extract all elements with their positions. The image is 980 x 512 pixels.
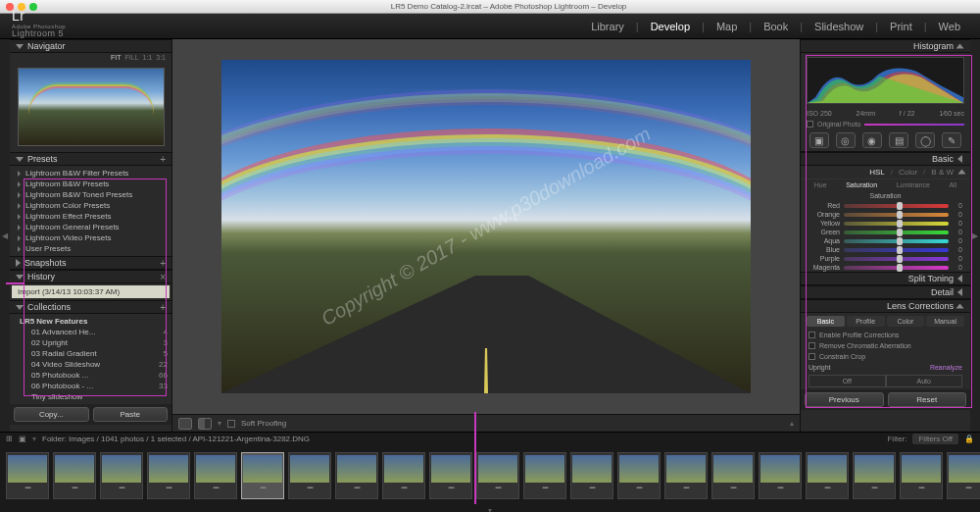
color-tab[interactable]: Color — [899, 168, 917, 177]
filmstrip-thumb[interactable]: ••••• — [53, 452, 96, 499]
zoom-3:1[interactable]: 3:1 — [156, 54, 166, 61]
spot-tool-icon[interactable]: ◎ — [836, 132, 856, 148]
histogram-chart[interactable] — [807, 57, 964, 104]
saturation-blue-slider[interactable]: Blue0 — [801, 245, 970, 254]
collection-item[interactable]: Tiny slideshow — [10, 391, 172, 402]
collection-item[interactable]: 06 Photobook - ...33 — [10, 381, 172, 391]
zoom-1:1[interactable]: 1:1 — [143, 54, 153, 61]
clear-history-icon[interactable]: × — [160, 272, 166, 282]
subtab-luminance[interactable]: Luminance — [897, 181, 930, 188]
bw-tab[interactable]: B & W — [931, 168, 954, 177]
saturation-aqua-slider[interactable]: Aqua0 — [801, 236, 970, 245]
navigator-thumbnail[interactable] — [18, 68, 165, 146]
module-map[interactable]: Map — [709, 17, 745, 36]
histogram-header[interactable]: Histogram — [801, 39, 970, 53]
filmstrip-thumb[interactable]: ••••• — [664, 452, 708, 499]
filmstrip-toggle[interactable]: ▾ — [0, 506, 980, 512]
subtab-hue[interactable]: Hue — [814, 181, 827, 188]
collection-item[interactable]: 02 Upright3 — [10, 337, 172, 348]
collections-header[interactable]: Collections + — [10, 300, 172, 314]
previous-button[interactable]: Previous — [805, 392, 884, 407]
redeye-tool-icon[interactable]: ◉ — [862, 132, 882, 148]
preset-folder[interactable]: User Presets — [10, 243, 172, 254]
before-after-icon[interactable] — [198, 418, 212, 430]
module-book[interactable]: Book — [756, 17, 796, 36]
filmstrip-thumb[interactable]: ••••• — [900, 452, 943, 499]
collection-item[interactable]: 01 Advanced He...4 — [10, 327, 172, 337]
preset-folder[interactable]: Lightroom B&W Toned Presets — [10, 189, 172, 200]
lens-tab-profile[interactable]: Profile — [847, 316, 885, 327]
filmstrip-thumb[interactable]: ••••• — [759, 452, 802, 499]
grid-view-icon[interactable]: ⊞ — [6, 435, 13, 443]
history-entry[interactable]: Import (3/14/13 10:03:37 AM) — [12, 285, 170, 298]
collection-item[interactable]: 05 Photobook ...66 — [10, 370, 172, 381]
filmstrip-thumb[interactable]: ••••• — [570, 452, 613, 499]
split-toning-header[interactable]: Split Toning — [801, 272, 970, 285]
saturation-purple-slider[interactable]: Purple0 — [801, 254, 970, 263]
filters-off-button[interactable]: Filters Off — [912, 434, 958, 444]
module-print[interactable]: Print — [882, 17, 920, 36]
filmstrip-thumb[interactable]: ••••• — [100, 452, 143, 499]
crop-tool-icon[interactable]: ▣ — [809, 132, 829, 148]
module-library[interactable]: Library — [583, 17, 632, 36]
lens-tab-manual[interactable]: Manual — [926, 316, 964, 327]
filmstrip-thumb[interactable]: ••••• — [523, 452, 566, 499]
reanalyze-button[interactable]: Reanalyze — [930, 364, 962, 371]
checkbox[interactable] — [808, 353, 815, 360]
basic-panel-header[interactable]: Basic — [801, 152, 970, 166]
brush-tool-icon[interactable]: ✎ — [942, 132, 961, 148]
filmstrip-thumb[interactable]: ••••• — [947, 452, 980, 499]
left-panel-toggle[interactable]: ◀ — [0, 39, 10, 432]
lens-corrections-header[interactable]: Lens Corrections — [801, 299, 970, 313]
filmstrip-thumb[interactable]: ••••• — [288, 452, 331, 499]
saturation-orange-slider[interactable]: Orange0 — [801, 210, 970, 219]
checkbox[interactable] — [808, 342, 815, 349]
filmstrip[interactable]: ••••••••••••••••••••••••••••••••••••••••… — [0, 445, 980, 506]
saturation-red-slider[interactable]: Red0 — [801, 201, 970, 210]
filmstrip-thumb[interactable]: ••••• — [241, 452, 284, 499]
collection-group[interactable]: LR5 New Features — [10, 316, 172, 327]
saturation-magenta-slider[interactable]: Magenta0 — [801, 263, 970, 272]
preset-folder[interactable]: Lightroom General Presets — [10, 222, 172, 232]
filter-lock-icon[interactable]: 🔒 — [964, 435, 974, 443]
image-canvas[interactable]: Copyright © 2017 - www.p30download.com — [172, 39, 800, 414]
subtab-saturation[interactable]: Saturation — [846, 181, 877, 188]
paste-button[interactable]: Paste — [93, 407, 169, 422]
add-collection-icon[interactable]: + — [160, 302, 166, 313]
filmstrip-path[interactable]: Folder: Images / 1041 photos / 1 selecte… — [42, 435, 310, 443]
upright-auto-button[interactable]: Auto — [886, 375, 963, 387]
checkbox[interactable] — [808, 332, 815, 338]
filmstrip-thumb[interactable]: ••••• — [147, 452, 190, 499]
history-header[interactable]: History × — [10, 270, 172, 283]
filmstrip-thumb[interactable]: ••••• — [806, 452, 849, 499]
preset-folder[interactable]: Lightroom B&W Presets — [10, 179, 172, 189]
secondary-monitor-icon[interactable]: ▣ — [19, 435, 26, 443]
saturation-yellow-slider[interactable]: Yellow0 — [801, 219, 970, 228]
filmstrip-thumb[interactable]: ••••• — [711, 452, 755, 499]
radial-tool-icon[interactable]: ◯ — [915, 132, 935, 148]
module-web[interactable]: Web — [931, 17, 968, 36]
gradient-tool-icon[interactable]: ▤ — [889, 132, 908, 148]
filmstrip-thumb[interactable]: ••••• — [617, 452, 661, 499]
upright-off-button[interactable]: Off — [808, 375, 886, 387]
filmstrip-thumb[interactable]: ••••• — [429, 452, 472, 499]
navigator-header[interactable]: Navigator — [10, 39, 172, 53]
reset-button[interactable]: Reset — [888, 392, 967, 407]
filmstrip-thumb[interactable]: ••••• — [382, 452, 425, 499]
detail-header[interactable]: Detail — [801, 285, 970, 299]
lens-tab-color[interactable]: Color — [887, 316, 925, 327]
module-slideshow[interactable]: Slideshow — [807, 17, 871, 36]
filmstrip-thumb[interactable]: ••••• — [6, 452, 49, 499]
lens-tab-basic[interactable]: Basic — [807, 316, 845, 327]
filmstrip-thumb[interactable]: ••••• — [194, 452, 237, 499]
right-panel-toggle[interactable]: ▶ — [970, 39, 980, 432]
original-photo-checkbox[interactable] — [807, 121, 813, 128]
snapshots-header[interactable]: Snapshots + — [10, 256, 172, 270]
preset-folder[interactable]: Lightroom B&W Filter Presets — [10, 168, 172, 179]
soft-proofing-checkbox[interactable] — [227, 420, 235, 428]
zoom-fit[interactable]: FIT — [111, 54, 122, 61]
filmstrip-thumb[interactable]: ••••• — [335, 452, 378, 499]
zoom-fill[interactable]: FILL — [125, 54, 139, 61]
saturation-green-slider[interactable]: Green0 — [801, 228, 970, 236]
collection-item[interactable]: 03 Radial Gradient5 — [10, 348, 172, 359]
